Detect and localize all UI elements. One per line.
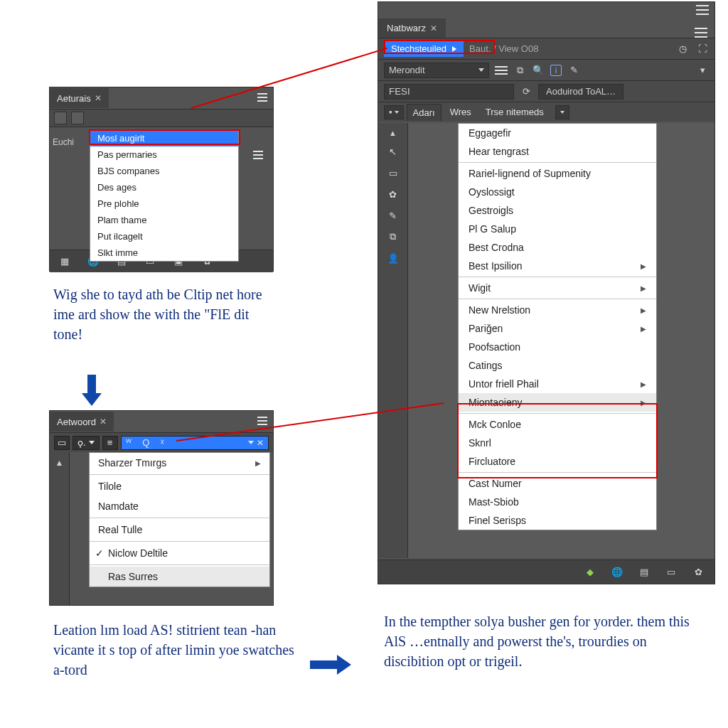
- panel3-canvas: Eggagefir Hear tengrast Rariel-lignend o…: [408, 123, 714, 558]
- toolbar-hamburger[interactable]: ≡: [102, 436, 118, 450]
- dd3-item-9[interactable]: New Nrelstion: [459, 301, 656, 319]
- panel3-tab[interactable]: Natbwarz ✕: [378, 18, 446, 38]
- mini-tab-adar[interactable]: Adarı: [407, 104, 441, 121]
- toolbar-icon-2[interactable]: [71, 112, 84, 124]
- arrow-down-icon: [82, 375, 102, 406]
- dd3-item-15[interactable]: Mck Conloe: [459, 415, 656, 434]
- chevron-right-icon: [452, 46, 456, 52]
- dd3-item-1[interactable]: Hear tengrast: [459, 142, 656, 161]
- panel2-tab-label: Aetwoord: [57, 417, 96, 427]
- panel1-toolbar: [50, 109, 273, 127]
- dd3-item-2[interactable]: Rariel-lignend of Supmenity: [459, 164, 656, 183]
- refresh-icon[interactable]: ⟳: [520, 85, 532, 98]
- dd3-item-5[interactable]: Pl G Salup: [459, 220, 656, 238]
- panel2-sidebar: ▲: [50, 452, 70, 605]
- caret-up-icon[interactable]: ▲: [55, 458, 64, 468]
- mini-tab-trse[interactable]: Trse nitemeds: [480, 104, 550, 120]
- dd2-item-0[interactable]: Sharzer Tmırgs: [90, 453, 269, 473]
- close-icon[interactable]: ✕: [430, 23, 437, 33]
- dd3-item-0[interactable]: Eggagefir: [459, 124, 656, 142]
- gear-sm-icon[interactable]: ✿: [386, 187, 400, 201]
- panel2-menu-button[interactable]: [255, 414, 270, 428]
- swatches-icon[interactable]: ▦: [58, 255, 71, 268]
- dd2-item-3[interactable]: Real Tulle: [90, 520, 269, 540]
- panel2-tab[interactable]: Aetwoord ✕: [50, 412, 114, 432]
- cursor-icon[interactable]: ↖: [386, 144, 400, 159]
- clock-icon[interactable]: ◷: [676, 43, 689, 55]
- toolbar-chip-dark-label: ϙ.: [77, 437, 86, 448]
- panel1-tab-label: Aeturais: [57, 93, 91, 104]
- panel3-select[interactable]: Merondit: [384, 63, 489, 78]
- mini-chip-2[interactable]: [555, 105, 569, 119]
- dd3-item-11[interactable]: Poofsaction: [459, 338, 656, 356]
- panel1-menu-button[interactable]: [255, 90, 270, 105]
- dropdown1-item-2[interactable]: BJS companes: [90, 163, 238, 179]
- info-icon[interactable]: i: [550, 65, 562, 76]
- search-icon[interactable]: 🔍: [532, 64, 545, 77]
- toolbar-chip-dark[interactable]: ϙ.: [73, 436, 100, 450]
- panel1-secondary-menu[interactable]: [250, 149, 266, 161]
- dd3-item-18[interactable]: Cast Numer: [459, 474, 656, 493]
- search-input[interactable]: [384, 84, 514, 100]
- panel-aetwoord: Aetwoord ✕ ▭ ϙ. ≡ ᵂ Q ᵡ ✕ ▲ Sharzer Tmır…: [49, 410, 274, 606]
- grid-icon[interactable]: ▤: [638, 566, 651, 579]
- dropdown1-item-1[interactable]: Pas permaries: [90, 146, 238, 163]
- globe-icon[interactable]: 🌐: [611, 566, 623, 579]
- mini-tab-wres[interactable]: Wres: [444, 104, 477, 120]
- dd3-item-4[interactable]: Gestroigls: [459, 201, 656, 220]
- dd2-item-5[interactable]: Ras Surres: [90, 567, 269, 587]
- dd3-item-16[interactable]: Sknrl: [459, 434, 656, 452]
- dropdown1-item-5[interactable]: Plam thame: [90, 212, 238, 228]
- dd2-item-1[interactable]: Tilole: [90, 476, 269, 496]
- toolbar-icon-a[interactable]: ▭: [54, 436, 70, 450]
- dropdown1-item-4[interactable]: Pre plohle: [90, 196, 238, 212]
- dd3-item-3[interactable]: Oyslossigt: [459, 183, 656, 201]
- hamburger-icon[interactable]: [495, 66, 508, 75]
- breadcrumb-main-label: Stechsteuiled: [391, 43, 446, 54]
- dd3-item-17[interactable]: Fircluatore: [459, 452, 656, 471]
- dd3-item-14[interactable]: Miontaoieny: [459, 393, 656, 412]
- plus-document-icon[interactable]: ⧉: [513, 64, 526, 77]
- swatch-icon[interactable]: ◆: [584, 566, 596, 579]
- dropdown1-item-3[interactable]: Des ages: [90, 179, 238, 196]
- caret-up-icon[interactable]: ▲: [389, 129, 397, 137]
- dd3-item-19[interactable]: Mast-Sbiob: [459, 493, 656, 511]
- panel-natbwarz: Natbwarz ✕ Stechsteuiled Baut. / View O0…: [378, 1, 715, 584]
- panel1-tab[interactable]: Aeturais ✕: [50, 88, 109, 108]
- panel3-top-menu-icon[interactable]: [696, 5, 709, 15]
- toolbar-chip-blue-label: ᵂ Q ᵡ: [126, 437, 168, 448]
- panel2-toolbar: ▭ ϙ. ≡ ᵂ Q ᵡ ✕: [50, 432, 273, 452]
- panel1-dropdown: Mosl augirlt Pas permaries BJS companes …: [90, 129, 239, 262]
- dd3-item-8[interactable]: Wigit: [459, 279, 656, 297]
- panel1-titlebar: Aeturais ✕: [50, 87, 273, 109]
- gear-icon[interactable]: ✿: [692, 566, 705, 579]
- dd3-item-13[interactable]: Untor friell Phail: [459, 375, 656, 393]
- panel2-dropdown: Sharzer Tmırgs Tilole Namdate Real Tulle…: [89, 452, 270, 587]
- user-icon[interactable]: 👤: [386, 251, 400, 265]
- close-icon[interactable]: ✕: [95, 93, 102, 103]
- dd3-item-20[interactable]: Finel Serisps: [459, 511, 656, 530]
- dd3-item-7[interactable]: Best Ipsilion: [459, 257, 656, 275]
- dd2-item-2[interactable]: Namdate: [90, 496, 269, 516]
- double-page-icon[interactable]: ⧉: [386, 230, 400, 244]
- page-icon[interactable]: ▭: [665, 566, 678, 579]
- dd3-item-10[interactable]: Pariğen: [459, 319, 656, 338]
- chevron-down-icon[interactable]: ▾: [696, 64, 709, 77]
- page-icon[interactable]: ▭: [386, 166, 400, 180]
- toolbar-icon-1[interactable]: [54, 112, 67, 124]
- panel3-tab-menu-icon[interactable]: [695, 28, 707, 38]
- dropdown1-item-6[interactable]: Put ilcagelt: [90, 228, 238, 245]
- expand-icon[interactable]: ⛶: [696, 43, 709, 55]
- dropdown1-item-0[interactable]: Mosl augirlt: [90, 130, 238, 146]
- action-button[interactable]: Aoduirod ToAL…: [538, 84, 623, 100]
- close-icon[interactable]: ✕: [100, 417, 107, 427]
- dropdown1-item-7[interactable]: Slkt imme: [90, 245, 238, 261]
- dd2-item-4[interactable]: ✓Niclow Deltile: [90, 543, 269, 563]
- dd3-item-12[interactable]: Catings: [459, 356, 656, 375]
- breadcrumb-main[interactable]: Stechsteuiled: [384, 41, 464, 57]
- mini-chip-1[interactable]: ▪: [384, 105, 404, 119]
- pencil-icon[interactable]: ✎: [386, 208, 400, 223]
- close-icon[interactable]: ✕: [257, 438, 264, 448]
- dd3-item-6[interactable]: Best Crodna: [459, 238, 656, 257]
- pencil-icon[interactable]: ✎: [567, 64, 580, 77]
